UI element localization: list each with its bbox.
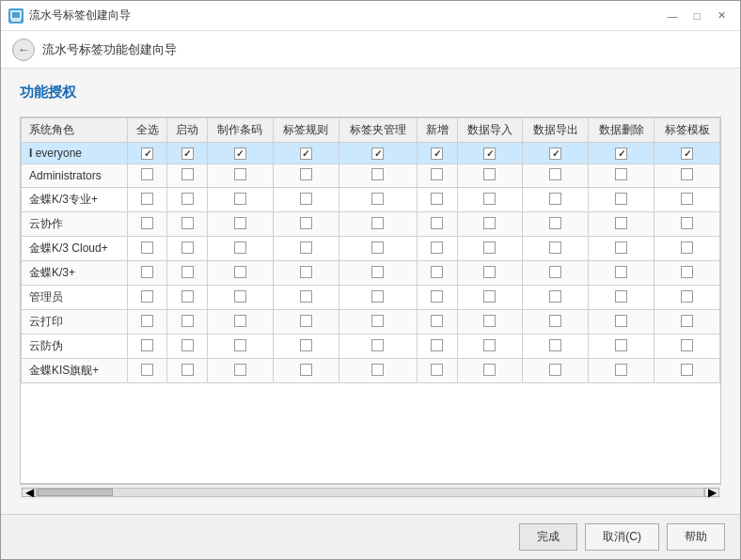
permission-cell[interactable] xyxy=(273,286,339,310)
permission-cell[interactable] xyxy=(207,143,273,164)
permission-cell[interactable] xyxy=(654,261,720,286)
checkbox[interactable] xyxy=(483,193,496,205)
permission-cell[interactable] xyxy=(273,212,339,237)
permission-cell[interactable] xyxy=(167,261,207,286)
checkbox[interactable] xyxy=(371,364,384,376)
checkbox[interactable] xyxy=(234,241,246,254)
permission-cell[interactable] xyxy=(457,310,523,334)
permission-cell[interactable] xyxy=(418,164,457,188)
checkbox[interactable] xyxy=(549,315,561,327)
checkbox[interactable] xyxy=(431,339,443,351)
checkbox[interactable] xyxy=(181,217,194,229)
checkbox[interactable] xyxy=(549,339,561,351)
permission-cell[interactable] xyxy=(457,359,523,383)
permission-cell[interactable] xyxy=(128,261,167,286)
permission-cell[interactable] xyxy=(128,237,167,261)
permission-cell[interactable] xyxy=(207,310,273,334)
checkbox[interactable] xyxy=(181,364,194,376)
permission-cell[interactable] xyxy=(589,286,654,310)
checkbox[interactable] xyxy=(300,148,312,160)
checkbox[interactable] xyxy=(141,241,153,254)
checkbox[interactable] xyxy=(300,290,312,303)
permission-cell[interactable] xyxy=(207,286,273,310)
checkbox[interactable] xyxy=(681,339,693,351)
checkbox[interactable] xyxy=(549,168,561,180)
permission-cell[interactable] xyxy=(128,188,167,212)
permission-cell[interactable] xyxy=(128,334,167,359)
permission-cell[interactable] xyxy=(339,334,418,359)
checkbox[interactable] xyxy=(234,148,246,160)
permission-cell[interactable] xyxy=(654,164,720,188)
permission-cell[interactable] xyxy=(167,212,207,237)
permission-cell[interactable] xyxy=(654,143,720,164)
checkbox[interactable] xyxy=(181,241,194,254)
help-button[interactable]: 帮助 xyxy=(667,523,725,551)
permission-cell[interactable] xyxy=(589,143,654,164)
checkbox[interactable] xyxy=(141,193,153,205)
permission-cell[interactable] xyxy=(589,188,654,212)
checkbox[interactable] xyxy=(300,266,312,278)
permission-cell[interactable] xyxy=(207,212,273,237)
permission-cell[interactable] xyxy=(523,164,589,188)
permission-cell[interactable] xyxy=(523,237,589,261)
checkbox[interactable] xyxy=(234,290,246,303)
permission-cell[interactable] xyxy=(457,261,523,286)
checkbox[interactable] xyxy=(681,364,693,376)
checkbox[interactable] xyxy=(234,339,246,351)
checkbox[interactable] xyxy=(431,315,443,327)
checkbox[interactable] xyxy=(181,193,194,205)
checkbox[interactable] xyxy=(615,339,627,351)
permission-cell[interactable] xyxy=(128,143,167,164)
checkbox[interactable] xyxy=(431,241,443,254)
permission-cell[interactable] xyxy=(339,261,418,286)
permission-cell[interactable] xyxy=(207,164,273,188)
permission-cell[interactable] xyxy=(654,334,720,359)
permission-cell[interactable] xyxy=(273,334,339,359)
permission-cell[interactable] xyxy=(273,310,339,334)
permission-cell[interactable] xyxy=(589,261,654,286)
checkbox[interactable] xyxy=(681,315,693,327)
permission-cell[interactable] xyxy=(273,237,339,261)
permission-cell[interactable] xyxy=(339,188,418,212)
maximize-button[interactable]: □ xyxy=(686,7,708,25)
permission-cell[interactable] xyxy=(654,237,720,261)
checkbox[interactable] xyxy=(141,290,153,303)
permission-cell[interactable] xyxy=(273,143,339,164)
permission-cell[interactable] xyxy=(523,310,589,334)
permission-cell[interactable] xyxy=(339,286,418,310)
permission-cell[interactable] xyxy=(457,334,523,359)
checkbox[interactable] xyxy=(549,217,561,229)
minimize-button[interactable]: — xyxy=(661,7,684,25)
checkbox[interactable] xyxy=(549,266,561,278)
checkbox[interactable] xyxy=(431,364,443,376)
scroll-left-button[interactable]: ◀ xyxy=(22,488,37,497)
permission-cell[interactable] xyxy=(418,310,457,334)
permission-cell[interactable] xyxy=(523,212,589,237)
checkbox[interactable] xyxy=(181,148,194,160)
close-button[interactable]: ✕ xyxy=(710,7,733,25)
permission-cell[interactable] xyxy=(457,143,523,164)
checkbox[interactable] xyxy=(300,168,312,180)
permission-cell[interactable] xyxy=(523,188,589,212)
permission-cell[interactable] xyxy=(523,286,589,310)
permission-cell[interactable] xyxy=(589,310,654,334)
permission-cell[interactable] xyxy=(207,359,273,383)
checkbox[interactable] xyxy=(615,193,627,205)
permission-cell[interactable] xyxy=(418,359,457,383)
checkbox[interactable] xyxy=(483,315,496,327)
checkbox[interactable] xyxy=(681,193,693,205)
checkbox[interactable] xyxy=(181,315,194,327)
permission-cell[interactable] xyxy=(418,143,457,164)
permission-cell[interactable] xyxy=(273,164,339,188)
permission-cell[interactable] xyxy=(523,359,589,383)
permission-cell[interactable] xyxy=(418,286,457,310)
permission-cell[interactable] xyxy=(589,359,654,383)
permission-cell[interactable] xyxy=(128,359,167,383)
checkbox[interactable] xyxy=(681,290,693,303)
permission-cell[interactable] xyxy=(167,164,207,188)
checkbox[interactable] xyxy=(615,241,627,254)
checkbox[interactable] xyxy=(141,339,153,351)
permission-cell[interactable] xyxy=(339,237,418,261)
checkbox[interactable] xyxy=(234,168,246,180)
checkbox[interactable] xyxy=(615,290,627,303)
